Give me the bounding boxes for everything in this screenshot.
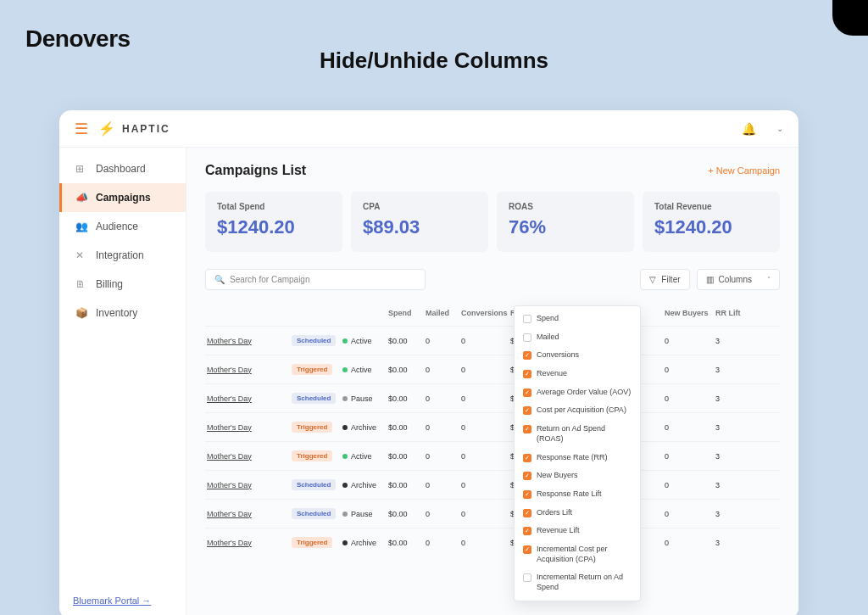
columns-dropdown-item[interactable]: Mailed bbox=[515, 328, 640, 347]
columns-dropdown-item[interactable]: ✓Revenue Lift bbox=[515, 522, 640, 540]
col-conversions[interactable]: Conversions bbox=[459, 305, 509, 321]
search-placeholder: Search for Campaign bbox=[230, 275, 310, 284]
bolt-icon: ⚡ bbox=[98, 120, 117, 137]
col-mailed[interactable]: Mailed bbox=[424, 305, 459, 321]
columns-dropdown-item[interactable]: ✓New Buyers bbox=[515, 467, 640, 485]
columns-dropdown-item[interactable]: Incremental Return on Ad Spend bbox=[515, 568, 640, 596]
sidebar-item-dashboard[interactable]: ⊞ Dashboard bbox=[59, 154, 186, 183]
campaign-name-link[interactable]: Mother's Day bbox=[205, 508, 290, 520]
filter-button[interactable]: ▽ Filter bbox=[640, 269, 689, 290]
columns-dropdown-item[interactable]: ✓Response Rate Lift bbox=[515, 485, 640, 504]
checkbox-icon[interactable]: ✓ bbox=[523, 527, 531, 535]
cell-mailed: 0 bbox=[424, 422, 459, 433]
checkbox-icon[interactable]: ✓ bbox=[523, 472, 531, 480]
sidebar-item-label: Integration bbox=[96, 249, 144, 261]
campaign-name-link[interactable]: Mother's Day bbox=[205, 393, 290, 405]
columns-dropdown-item-label: New Buyers bbox=[537, 471, 578, 481]
status-cell: Pause bbox=[341, 393, 387, 405]
grid-icon: ⊞ bbox=[75, 163, 87, 175]
type-badge: Triggered bbox=[292, 422, 332, 433]
campaign-name-link[interactable]: Mother's Day bbox=[205, 335, 290, 347]
main-content: Campaigns List + New Campaign Total Spen… bbox=[186, 148, 798, 615]
search-icon: 🔍 bbox=[214, 275, 225, 284]
cell-new-buyers: 0 bbox=[663, 479, 714, 491]
campaign-name-link[interactable]: Mother's Day bbox=[205, 422, 290, 433]
columns-dropdown-item[interactable]: ✓Conversions bbox=[515, 346, 640, 365]
status-dot-icon bbox=[342, 425, 348, 430]
checkbox-icon[interactable]: ✓ bbox=[523, 454, 531, 462]
tools-icon: ✕ bbox=[75, 249, 87, 261]
checkbox-icon[interactable] bbox=[523, 315, 531, 323]
columns-dropdown-item[interactable]: ✓Return on Ad Spend (ROAS) bbox=[515, 420, 640, 448]
table-row: Mother's DayScheduledPause$0.0000$003 bbox=[205, 499, 780, 528]
columns-icon: ▥ bbox=[706, 275, 714, 284]
corner-decoration bbox=[832, 0, 868, 36]
new-campaign-button[interactable]: + New Campaign bbox=[708, 165, 780, 176]
status-cell: Active bbox=[341, 335, 387, 347]
campaign-name-link[interactable]: Mother's Day bbox=[205, 364, 290, 376]
sidebar-item-inventory[interactable]: 📦 Inventory bbox=[59, 299, 186, 327]
kpi-roas: ROAS 76% bbox=[497, 192, 634, 252]
cell-rr-lift: 3 bbox=[714, 508, 748, 520]
cell-conversions: 0 bbox=[459, 422, 509, 433]
type-badge: Scheduled bbox=[292, 508, 336, 519]
app-logo[interactable]: ⚡ HAPTIC bbox=[98, 120, 170, 137]
col-spend[interactable]: Spend bbox=[387, 305, 424, 321]
columns-dropdown-item[interactable]: ✓Incremental Cost per Acquisition (CPA) bbox=[515, 540, 640, 568]
app-window: ☰ ⚡ HAPTIC 🔔 ⌄ ⊞ Dashboard 📣 Campaigns 👥… bbox=[59, 110, 798, 615]
col-new-buyers[interactable]: New Buyers bbox=[663, 305, 714, 321]
sidebar-item-audience[interactable]: 👥 Audience bbox=[59, 212, 186, 241]
bell-icon[interactable]: 🔔 bbox=[742, 122, 756, 136]
sidebar-item-campaigns[interactable]: 📣 Campaigns bbox=[59, 183, 186, 212]
megaphone-icon: 📣 bbox=[75, 192, 87, 204]
columns-dropdown-item[interactable]: ✓Revenue bbox=[515, 365, 640, 383]
sidebar-item-billing[interactable]: 🗎 Billing bbox=[59, 270, 186, 299]
columns-dropdown-item[interactable]: ✓Response Rate (RR) bbox=[515, 449, 640, 467]
columns-button[interactable]: ▥ Columns ˄ bbox=[697, 269, 780, 290]
campaigns-table: Spend Mailed Conversions R $ RR New Buye… bbox=[205, 300, 780, 556]
sidebar-item-integration[interactable]: ✕ Integration bbox=[59, 241, 186, 270]
campaign-name-link[interactable]: Mother's Day bbox=[205, 450, 290, 462]
cell-rr-lift: 3 bbox=[714, 537, 748, 549]
search-input[interactable]: 🔍 Search for Campaign bbox=[205, 269, 426, 290]
menu-icon[interactable]: ☰ bbox=[75, 120, 88, 138]
cell-spend: $0.00 bbox=[387, 393, 424, 405]
columns-dropdown-item[interactable]: ✓Cost per Acquisition (CPA) bbox=[515, 401, 640, 420]
sidebar-item-label: Campaigns bbox=[96, 192, 151, 204]
app-name: HAPTIC bbox=[122, 123, 170, 135]
type-badge: Triggered bbox=[292, 537, 332, 548]
checkbox-icon[interactable] bbox=[523, 333, 531, 342]
columns-dropdown-item[interactable]: ✓Orders Lift bbox=[515, 504, 640, 523]
checkbox-icon[interactable]: ✓ bbox=[523, 425, 531, 433]
toolbar: 🔍 Search for Campaign ▽ Filter ▥ Columns… bbox=[205, 269, 780, 290]
kpi-total-spend: Total Spend $1240.20 bbox=[205, 192, 342, 252]
columns-dropdown-item[interactable]: Spend bbox=[515, 310, 640, 328]
status-cell: Archive bbox=[341, 479, 387, 491]
status-cell: Active bbox=[341, 364, 387, 376]
checkbox-icon[interactable]: ✓ bbox=[523, 545, 531, 554]
people-icon: 👥 bbox=[75, 221, 87, 232]
campaign-name-link[interactable]: Mother's Day bbox=[205, 479, 290, 491]
col-rr-lift[interactable]: RR Lift bbox=[714, 305, 748, 321]
checkbox-icon[interactable]: ✓ bbox=[523, 406, 531, 415]
checkbox-icon[interactable]: ✓ bbox=[523, 509, 531, 517]
kpi-row: Total Spend $1240.20 CPA $89.03 ROAS 76%… bbox=[205, 192, 780, 252]
checkbox-icon[interactable]: ✓ bbox=[523, 370, 531, 378]
type-badge: Scheduled bbox=[292, 335, 336, 346]
cell-spend: $0.00 bbox=[387, 537, 424, 549]
columns-dropdown-item[interactable]: ✓Average Order Value (AOV) bbox=[515, 383, 640, 402]
checkbox-icon[interactable] bbox=[523, 573, 531, 582]
columns-dropdown[interactable]: SpendMailed✓Conversions✓Revenue✓Average … bbox=[514, 305, 641, 601]
portal-link[interactable]: Bluemark Portal → bbox=[59, 582, 186, 615]
sidebar-item-label: Dashboard bbox=[96, 163, 146, 175]
checkbox-icon[interactable]: ✓ bbox=[523, 389, 531, 397]
table-row: Mother's DayScheduledArchive$0.0000$003 bbox=[205, 470, 780, 499]
type-badge: Scheduled bbox=[292, 479, 336, 490]
kpi-value: 76% bbox=[509, 216, 622, 238]
status-dot-icon bbox=[342, 338, 348, 344]
checkbox-icon[interactable]: ✓ bbox=[523, 351, 531, 360]
campaign-name-link[interactable]: Mother's Day bbox=[205, 537, 290, 549]
checkbox-icon[interactable]: ✓ bbox=[523, 490, 531, 499]
user-menu-chevron-icon[interactable]: ⌄ bbox=[776, 124, 783, 133]
kpi-label: CPA bbox=[363, 202, 476, 211]
